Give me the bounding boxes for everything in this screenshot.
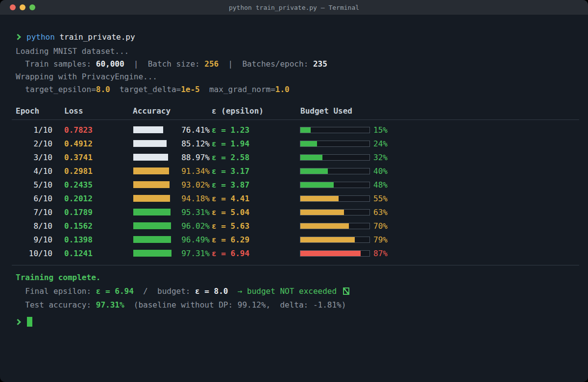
epoch-cell: 6/10 bbox=[16, 194, 52, 203]
text-segment: target_epsilon= bbox=[16, 85, 96, 94]
text-segment: | bbox=[124, 59, 148, 69]
epoch-cell: 1/10 bbox=[16, 125, 52, 135]
epoch-cell: 5/10 bbox=[16, 180, 52, 190]
epoch-cell: 9/10 bbox=[16, 235, 52, 244]
header-epsilon: ε (epsilon) bbox=[212, 106, 300, 116]
epoch-cell: 4/10 bbox=[16, 167, 52, 176]
budget-fill bbox=[300, 182, 334, 188]
text-segment: 256 bbox=[204, 59, 219, 69]
header-budget: Budget Used bbox=[300, 106, 352, 116]
budget-fill bbox=[300, 251, 361, 256]
accuracy-value: 96.49% bbox=[172, 235, 210, 244]
epsilon-value: ε = 3.87 bbox=[212, 180, 300, 190]
traffic-lights bbox=[10, 4, 35, 10]
budget-fill bbox=[300, 127, 311, 133]
text-segment: 1.0 bbox=[275, 85, 290, 94]
text-segment: budget: bbox=[157, 286, 195, 296]
loss-value: 0.1241 bbox=[64, 249, 129, 258]
epoch-cell: 8/10 bbox=[16, 221, 52, 231]
accuracy-value: 95.31% bbox=[172, 208, 210, 217]
epoch-cell: 3/10 bbox=[16, 153, 52, 162]
epoch-cell: 7/10 bbox=[16, 208, 52, 217]
text-segment: train_private.py bbox=[59, 32, 135, 42]
test-accuracy-line: Test accuracy: 97.31% (baseline without … bbox=[16, 298, 572, 311]
text-segment: / bbox=[134, 286, 157, 296]
accuracy-bar bbox=[133, 222, 171, 229]
header-divider bbox=[12, 119, 579, 120]
budget-bar bbox=[300, 223, 370, 229]
accuracy-value: 85.12% bbox=[172, 139, 210, 148]
budget-percent: 40% bbox=[373, 167, 388, 176]
text-segment: Wrapping with PrivacyEngine... bbox=[16, 72, 157, 81]
accuracy-bar-track bbox=[133, 250, 172, 257]
accuracy-bar-track bbox=[133, 126, 172, 133]
budget-bar bbox=[300, 237, 370, 243]
terminal-window: python train_private.py — Terminal pytho… bbox=[0, 0, 588, 382]
text-segment: target_delta= bbox=[110, 85, 181, 94]
header-epoch: Epoch bbox=[16, 106, 64, 116]
text-segment: python bbox=[26, 32, 59, 42]
accuracy-bar bbox=[133, 167, 169, 174]
final-epsilon-line: Final epsilon: ε = 6.94 / budget: ε = 8.… bbox=[16, 285, 572, 297]
table-row: 7/100.178995.31%ε = 5.0463% bbox=[16, 205, 572, 219]
accuracy-bar-track bbox=[133, 209, 172, 215]
prompt-chevron-icon bbox=[15, 34, 21, 40]
epoch-cell: 10/10 bbox=[16, 249, 52, 258]
table-row: 8/100.156296.02%ε = 5.6370% bbox=[16, 219, 572, 233]
text-segment: 60,000 bbox=[96, 59, 124, 69]
table-row: 3/100.374188.97%ε = 2.5832% bbox=[16, 150, 572, 164]
loss-value: 0.7823 bbox=[64, 125, 129, 135]
loss-value: 0.4912 bbox=[64, 139, 129, 148]
budget-percent: 70% bbox=[373, 221, 388, 231]
budget-percent: 87% bbox=[373, 249, 388, 258]
epsilon-value: ε = 5.04 bbox=[212, 208, 300, 217]
text-segment: 8.0 bbox=[96, 85, 110, 94]
text-segment: ε = 8.0 bbox=[195, 286, 228, 296]
accuracy-bar bbox=[133, 140, 167, 147]
budget-percent: 79% bbox=[373, 235, 388, 244]
table-row: 5/100.243593.02%ε = 3.8748% bbox=[16, 178, 572, 191]
terminal-cursor[interactable] bbox=[27, 317, 32, 327]
accuracy-value: 96.02% bbox=[172, 221, 210, 231]
budget-fill bbox=[300, 223, 349, 229]
budget-bar bbox=[300, 209, 370, 215]
accuracy-bar-track bbox=[133, 222, 172, 229]
active-prompt-line[interactable] bbox=[16, 315, 572, 328]
command-text: python train_private.py bbox=[26, 32, 135, 42]
budget-percent: 63% bbox=[373, 208, 388, 217]
text-segment: Final epsilon: bbox=[16, 286, 96, 296]
close-button[interactable] bbox=[10, 4, 16, 10]
accuracy-bar bbox=[133, 250, 172, 257]
budget-fill bbox=[300, 210, 344, 215]
table-row: 4/100.298191.34%ε = 3.1740% bbox=[16, 164, 572, 178]
zoom-button[interactable] bbox=[29, 4, 35, 10]
title-bar[interactable]: python train_private.py — Terminal bbox=[0, 0, 588, 15]
accuracy-bar bbox=[133, 126, 163, 133]
text-segment: (baseline without DP: 99.12%, delta: -1.… bbox=[124, 300, 346, 310]
text-segment: 1e-5 bbox=[181, 85, 200, 94]
text-segment: ε = 6.94 bbox=[96, 286, 134, 296]
accuracy-value: 88.97% bbox=[172, 153, 210, 162]
accuracy-bar-track bbox=[133, 154, 172, 161]
epsilon-value: ε = 6.94 bbox=[212, 249, 300, 258]
budget-fill bbox=[300, 155, 322, 160]
loss-value: 0.3741 bbox=[64, 153, 129, 162]
accuracy-bar-track bbox=[133, 236, 172, 243]
text-segment: → budget NOT exceeded bbox=[238, 286, 342, 296]
loading-line: Loading MNIST dataset... bbox=[16, 45, 572, 57]
text-segment: Training complete. bbox=[16, 273, 100, 282]
minimize-button[interactable] bbox=[20, 4, 25, 10]
window-title: python train_private.py — Terminal bbox=[0, 4, 588, 11]
accuracy-bar-track bbox=[133, 167, 172, 174]
table-bottom-divider bbox=[12, 265, 579, 265]
budget-bar bbox=[300, 250, 370, 257]
text-segment bbox=[228, 286, 238, 296]
epsilon-value: ε = 1.94 bbox=[212, 139, 300, 148]
loss-value: 0.2012 bbox=[64, 194, 129, 203]
wrapping-line: Wrapping with PrivacyEngine... bbox=[16, 70, 572, 83]
params-line: target_epsilon=8.0 target_delta=1e-5 max… bbox=[16, 83, 572, 96]
terminal-content: python train_private.py Loading MNIST da… bbox=[0, 15, 588, 382]
table-row: 9/100.139896.49%ε = 6.2979% bbox=[16, 233, 572, 246]
text-segment: Batch size: bbox=[148, 59, 205, 69]
accuracy-value: 97.31% bbox=[172, 249, 210, 258]
